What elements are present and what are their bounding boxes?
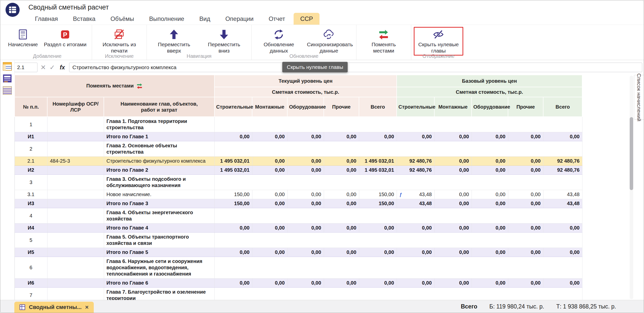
cell-name[interactable]: Итого по Главе 5 — [104, 248, 214, 257]
cell-value[interactable]: 0,00 — [508, 157, 543, 166]
cell-code[interactable] — [47, 233, 104, 248]
cell-value[interactable]: 0,00 — [472, 166, 508, 175]
tab-view[interactable]: Вид — [193, 13, 217, 25]
function-icon[interactable]: fx — [58, 64, 67, 71]
table-row-И3[interactable]: И3Итого по Главе 3150,000,000,000,00150,… — [15, 199, 582, 208]
cell-number[interactable]: И2 — [15, 166, 47, 175]
cell-value[interactable]: 92 480,76 — [543, 166, 582, 175]
cell-value[interactable]: 0,00 — [324, 279, 359, 288]
cell-value[interactable]: 0,00 — [359, 132, 397, 141]
cell-value[interactable]: 0,00 — [434, 157, 472, 166]
tab-report[interactable]: Отчет — [262, 13, 292, 25]
cell-value[interactable]: 0,00 — [287, 190, 324, 199]
cell-value[interactable]: 0,00 — [252, 248, 287, 257]
tab-execution[interactable]: Выполнение — [143, 13, 191, 25]
cell-empty-span[interactable] — [214, 117, 582, 132]
cell-value[interactable]: 92 480,76 — [543, 157, 582, 166]
cell-number[interactable]: 3 — [15, 175, 47, 190]
cell-value[interactable]: 0,00 — [472, 199, 508, 208]
table-row-1[interactable]: 1Глава 1. Подготовка территории строител… — [15, 117, 582, 132]
cell-name[interactable]: Глава 6. Наружные сети и сооружения водо… — [104, 257, 214, 279]
table-row-3.1[interactable]: 3.1Новое начисление.150,000,000,000,0015… — [15, 190, 582, 199]
cell-value[interactable]: 0,00 — [434, 132, 472, 141]
cell-code[interactable] — [47, 248, 104, 257]
cell-code[interactable] — [47, 141, 104, 157]
cell-value[interactable]: 0,00 — [472, 279, 508, 288]
table-row-И6[interactable]: И6Итого по Главе 60,000,000,000,000,000,… — [15, 279, 582, 288]
cell-value[interactable]: 0,00 — [472, 223, 508, 233]
cell-value[interactable]: 0,00 — [359, 279, 397, 288]
cell-value[interactable]: 1 495 032,01 — [359, 157, 397, 166]
cell-value[interactable]: 0,00 — [434, 279, 472, 288]
cell-value[interactable]: 0,00 — [287, 248, 324, 257]
vertical-scrollbar[interactable] — [630, 76, 633, 299]
cell-value[interactable]: 0,00 — [508, 248, 543, 257]
formula-input[interactable] — [69, 63, 642, 72]
swap-columns-header[interactable]: Поменять местами — [15, 75, 214, 97]
table-row-2.1[interactable]: 2.1484-25-3Строительство физкультурного … — [15, 157, 582, 166]
cell-value[interactable]: 0,00 — [214, 248, 252, 257]
cell-number[interactable]: 5 — [15, 233, 47, 248]
cell-value[interactable]: 43,48 — [397, 199, 434, 208]
cell-value[interactable]: 0,00 — [472, 157, 508, 166]
cell-value[interactable]: 0,00 — [214, 223, 252, 233]
tab-operations[interactable]: Операции — [219, 13, 260, 25]
toolbar-button-refresh-data[interactable]: Обновление данных — [254, 27, 304, 56]
cell-empty-span[interactable] — [214, 208, 582, 223]
cell-value[interactable]: 0,00 — [397, 248, 434, 257]
tab-main[interactable]: Главная — [28, 13, 64, 25]
cell-name[interactable]: Глава 7. Благоустройство и озеленение те… — [104, 288, 214, 300]
toolbar-button-swap-places[interactable]: Поменять местами — [359, 27, 408, 56]
cell-number[interactable]: 3.1 — [15, 190, 47, 199]
cell-value[interactable]: ƒ43,48 — [397, 190, 434, 199]
cell-code[interactable] — [47, 117, 104, 132]
cell-number[interactable]: 2 — [15, 141, 47, 157]
cell-value[interactable]: 0,00 — [324, 132, 359, 141]
cell-empty-span[interactable] — [214, 175, 582, 190]
table-row-И5[interactable]: И5Итого по Главе 50,000,000,000,000,000,… — [15, 248, 582, 257]
cell-value[interactable]: 0,00 — [287, 279, 324, 288]
cell-number[interactable]: И5 — [15, 248, 47, 257]
cell-name[interactable]: Строительство физкультурного комплекса — [104, 157, 214, 166]
cell-value[interactable]: 0,00 — [434, 248, 472, 257]
cell-value[interactable]: 0,00 — [324, 199, 359, 208]
panel-sheet-icon[interactable] — [3, 86, 12, 95]
cell-value[interactable]: 0,00 — [252, 190, 287, 199]
cell-code[interactable]: 484-25-3 — [47, 157, 104, 166]
cell-value[interactable]: 0,00 — [252, 223, 287, 233]
cell-value[interactable]: 150,00 — [214, 199, 252, 208]
cell-name[interactable]: Глава 2. Основные объекты строительства — [104, 141, 214, 157]
cell-value[interactable]: 0,00 — [324, 190, 359, 199]
cell-number[interactable]: 6 — [15, 257, 47, 279]
cell-code[interactable] — [47, 166, 104, 175]
cell-empty-span[interactable] — [214, 233, 582, 248]
cell-number[interactable]: И1 — [15, 132, 47, 141]
table-row-И4[interactable]: И4Итого по Главе 40,000,000,000,000,000,… — [15, 223, 582, 233]
cell-value[interactable]: 43,48 — [543, 199, 582, 208]
cell-code[interactable] — [47, 257, 104, 279]
cell-name[interactable]: Итого по Главе 1 — [104, 132, 214, 141]
cell-name[interactable]: Итого по Главе 4 — [104, 223, 214, 233]
cell-value[interactable]: 0,00 — [397, 223, 434, 233]
toolbar-button-hide-zero-chapters[interactable]: Скрыть нулевые главы — [414, 27, 463, 56]
cell-value[interactable]: 0,00 — [397, 279, 434, 288]
cell-value[interactable]: 1 495 032,01 — [214, 157, 252, 166]
cell-value[interactable]: 0,00 — [508, 190, 543, 199]
cell-empty-span[interactable] — [214, 257, 582, 279]
table-row-5[interactable]: 5Глава 5. Объекты транспортного хозяйств… — [15, 233, 582, 248]
cell-number[interactable]: 1 — [15, 117, 47, 132]
cell-value[interactable]: 0,00 — [359, 248, 397, 257]
toolbar-button-move-up[interactable]: Переместить вверх — [149, 27, 199, 56]
cell-value[interactable]: 0,00 — [252, 157, 287, 166]
cell-value[interactable]: 0,00 — [287, 166, 324, 175]
cell-name[interactable]: Глава 1. Подготовка территории строитель… — [104, 117, 214, 132]
cell-name[interactable]: Итого по Главе 6 — [104, 279, 214, 288]
cell-value[interactable]: 0,00 — [214, 279, 252, 288]
cell-number[interactable]: 4 — [15, 208, 47, 223]
cell-code[interactable] — [47, 279, 104, 288]
table-row-3[interactable]: 3Глава 3. Объекты подсобного и обслужива… — [15, 175, 582, 190]
cell-value[interactable]: 0,00 — [508, 199, 543, 208]
cell-name[interactable]: Новое начисление. — [104, 190, 214, 199]
cell-value[interactable]: 0,00 — [543, 248, 582, 257]
confirm-entry-icon[interactable]: ✓ — [49, 64, 56, 71]
